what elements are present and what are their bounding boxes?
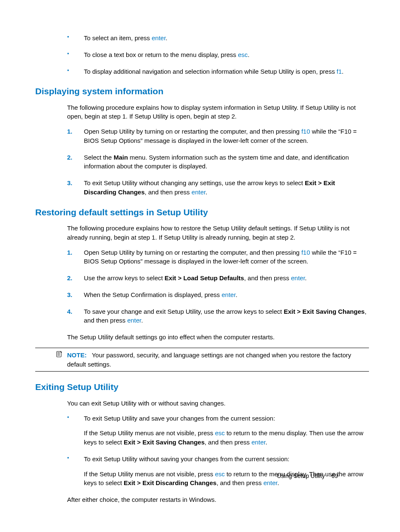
step-item: 2.Select the Main menu. System informati… (35, 153, 369, 171)
step-text: Use the arrow keys to select (84, 274, 165, 281)
list-item: To exit Setup Utility and save your chan… (35, 414, 369, 447)
step-number: 3. (67, 290, 73, 300)
step-item: 3.To exit Setup Utility without changing… (35, 178, 369, 197)
key-name: f10 (301, 249, 310, 256)
list-head: To exit Setup Utility without saving you… (84, 455, 289, 462)
key-name: enter (252, 439, 265, 446)
key-name: f1 (337, 68, 342, 75)
step-item: 4.To save your change and exit Setup Uti… (35, 307, 369, 325)
step-number: 2. (67, 153, 73, 162)
list-item: To close a text box or return to the men… (35, 50, 369, 59)
section-intro: You can exit Setup Utility with or witho… (35, 399, 369, 408)
menu-path: Exit > Load Setup Defaults (165, 274, 244, 281)
key-name: enter (127, 317, 141, 324)
list-text: . (342, 68, 343, 75)
list-body: . (265, 439, 267, 446)
list-text: To display additional navigation and sel… (84, 68, 337, 75)
navigation-tips-list: To select an item, press enter. To close… (35, 34, 369, 76)
list-head: To exit Setup Utility and save your chan… (84, 415, 275, 422)
step-item: 3.When the Setup Confirmation is display… (35, 290, 369, 300)
menu-name: Main (114, 154, 128, 161)
step-text: To save your change and exit Setup Utili… (84, 308, 284, 315)
step-text: Open Setup Utility by turning on or rest… (84, 128, 301, 135)
step-item: 2.Use the arrow keys to select Exit > Lo… (35, 274, 369, 283)
footer-text: Using Setup Utility (277, 473, 325, 479)
page-footer: Using Setup Utility 69 (277, 472, 338, 480)
key-name: f10 (301, 128, 310, 135)
key-name: enter (152, 34, 166, 41)
list-body: . (278, 479, 279, 486)
step-number: 1. (67, 127, 73, 136)
list-body: If the Setup Utility menus are not visib… (84, 429, 215, 436)
key-name: enter (263, 479, 277, 486)
note-label: NOTE: (67, 351, 87, 359)
step-item: 1.Open Setup Utility by turning on or re… (35, 248, 369, 266)
step-text: Select the (84, 154, 114, 161)
step-text: When the Setup Confirmation is displayed… (84, 291, 222, 298)
step-text: . (236, 291, 237, 298)
step-text: . (305, 274, 306, 281)
list-text: To close a text box or return to the men… (84, 51, 238, 58)
list-item: To display additional navigation and sel… (35, 67, 369, 76)
step-item: 1.Open Setup Utility by turning on or re… (35, 127, 369, 145)
section-heading-displaying: Displaying system information (35, 85, 369, 98)
note-box: NOTE: Your password, security, and langu… (35, 348, 369, 372)
menu-path: Exit > Exit Saving Changes (124, 439, 205, 446)
list-text: To select an item, press (84, 34, 152, 41)
key-name: esc (215, 429, 225, 436)
list-body: If the Setup Utility menus are not visib… (84, 470, 215, 478)
list-item: To select an item, press enter. (35, 34, 369, 43)
key-name: enter (222, 291, 236, 298)
step-text: , and then press (244, 274, 291, 281)
step-text: To exit Setup Utility without changing a… (84, 179, 305, 186)
displaying-steps: 1.Open Setup Utility by turning on or re… (35, 127, 369, 197)
page-number: 69 (331, 473, 338, 479)
section-heading-exiting: Exiting Setup Utility (35, 381, 369, 393)
key-name: enter (192, 189, 205, 196)
step-text: Open Setup Utility by turning on or rest… (84, 249, 301, 256)
section-intro: The following procedure explains how to … (35, 103, 369, 121)
section-heading-restoring: Restoring default settings in Setup Util… (35, 206, 369, 219)
step-number: 2. (67, 274, 73, 283)
key-name: enter (291, 274, 305, 281)
step-number: 4. (67, 307, 73, 316)
step-text: , and then press (145, 189, 192, 196)
list-body: , and then press (205, 439, 252, 446)
note-text: Your password, security, and language se… (67, 351, 351, 368)
note-icon (56, 351, 63, 357)
section-outro: After either choice, the computer restar… (35, 495, 369, 504)
list-item: To exit Setup Utility without saving you… (35, 455, 369, 488)
menu-path: Exit > Exit Discarding Changes (124, 479, 216, 486)
step-number: 1. (67, 248, 73, 257)
menu-path: Exit > Exit Saving Changes (284, 308, 365, 315)
step-number: 3. (67, 178, 73, 188)
section-outro: The Setup Utility default settings go in… (35, 333, 369, 342)
step-text: . (205, 189, 207, 196)
list-text: . (248, 51, 249, 58)
key-name: esc (238, 51, 247, 58)
restoring-steps: 1.Open Setup Utility by turning on or re… (35, 248, 369, 325)
list-text: . (166, 34, 167, 41)
list-body: , and then press (216, 479, 263, 486)
key-name: esc (215, 470, 225, 478)
section-intro: The following procedure explains how to … (35, 224, 369, 242)
step-text: . (141, 317, 143, 324)
